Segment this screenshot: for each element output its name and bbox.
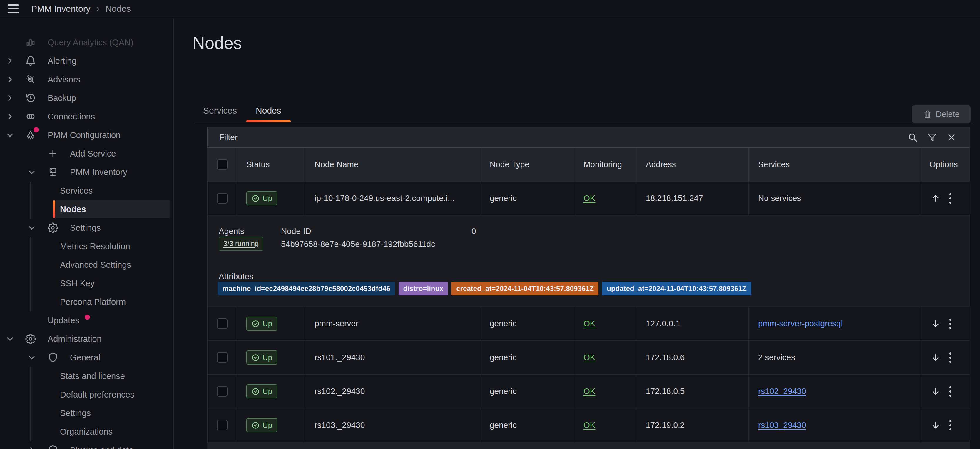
attribute-badge-created-at: created_at=2024-11-04T10:43:57.809361Z (452, 282, 598, 296)
delete-button[interactable]: Delete (912, 105, 970, 123)
sidebar-item-metrics-resolution[interactable]: Metrics Resolution (0, 237, 173, 256)
node-address: 18.218.151.247 (636, 182, 749, 215)
kebab-menu-icon[interactable] (948, 318, 953, 330)
attributes-label: Attributes (219, 272, 253, 281)
status-badge: Up (246, 418, 277, 432)
close-icon[interactable] (946, 132, 957, 143)
table-row: Up rs102._29430 generic OK 172.18.0.5 rs… (207, 374, 970, 408)
node-id-label: Node ID (281, 227, 311, 236)
sidebar-item-stats-and-license[interactable]: Stats and license (0, 367, 173, 385)
search-icon[interactable] (907, 132, 918, 143)
active-indicator-bar (53, 200, 55, 218)
notification-dot (33, 127, 39, 133)
attribute-badge-updated-at: updated_at=2024-11-04T10:43:57.809361Z (602, 282, 751, 296)
tab-bar: Services Nodes (194, 100, 291, 121)
row-checkbox[interactable] (217, 193, 228, 204)
sidebar-item-updates[interactable]: Updates (0, 311, 173, 330)
breadcrumb-item-pmm-inventory[interactable]: PMM Inventory (31, 4, 91, 14)
sidebar-item-percona-platform[interactable]: Percona Platform (0, 292, 173, 311)
notification-dot (85, 315, 90, 320)
table-row: Up ip-10-178-0-249.us-east-2.compute.i..… (207, 181, 970, 215)
menu-toggle-icon[interactable] (8, 5, 19, 13)
monitoring-ok-link[interactable]: OK (584, 353, 595, 362)
sidebar-item-advisors[interactable]: Advisors (0, 70, 173, 89)
sidebar-item-backup[interactable]: Backup (0, 89, 173, 107)
kebab-menu-icon[interactable] (948, 385, 953, 398)
chevron-right-icon[interactable] (5, 93, 15, 103)
chevron-right-icon[interactable] (5, 75, 15, 84)
chevron-down-icon[interactable] (27, 353, 37, 362)
attribute-badge-distro: distro=linux (399, 282, 448, 296)
service-link[interactable]: rs102_29430 (758, 387, 806, 396)
monitoring-ok-link[interactable]: OK (584, 193, 595, 203)
col-header-services: Services (749, 148, 920, 181)
sidebar-item-pmm-inventory[interactable]: PMM Inventory (0, 163, 173, 182)
sidebar-item-settings[interactable]: Settings (0, 218, 173, 237)
check-circle-icon (251, 354, 259, 362)
monitoring-ok-link[interactable]: OK (584, 319, 595, 328)
active-tab-underline (246, 120, 291, 122)
sidebar-item-ssh-key[interactable]: SSH Key (0, 274, 173, 293)
chevron-right-icon[interactable] (5, 112, 15, 121)
sidebar-item-settings-general[interactable]: Settings (0, 404, 173, 422)
chevron-down-icon[interactable] (5, 334, 15, 344)
expand-row-arrow-down-icon[interactable] (931, 319, 940, 329)
sidebar-item-plugins-and-data[interactable]: Plugins and data (0, 441, 173, 449)
tab-nodes[interactable]: Nodes (246, 100, 291, 121)
sidebar-item-add-service[interactable]: Add Service (0, 144, 173, 163)
attribute-badge-machine-id: machine_id=ec2498494ee28b79c58002c0453df… (218, 282, 395, 296)
row-checkbox[interactable] (217, 318, 228, 329)
service-link[interactable]: rs103_29430 (758, 420, 806, 430)
sidebar-item-pmm-configuration[interactable]: PMM Configuration (0, 126, 173, 144)
table-row: Up rs103._29430 generic OK 172.19.0.2 rs… (207, 408, 970, 442)
node-type: generic (480, 182, 574, 215)
table-row: Up rs101._29430 generic OK 172.18.0.6 2 … (207, 340, 970, 374)
plus-icon (48, 148, 58, 159)
agents-running-badge[interactable]: 3/3 running (219, 236, 263, 251)
row-checkbox[interactable] (217, 386, 228, 396)
chevron-down-icon[interactable] (5, 130, 15, 140)
magnifier-sparkle-icon (25, 74, 36, 85)
gear-icon (48, 222, 58, 233)
row-checkbox[interactable] (217, 352, 228, 363)
pmm-app: PMM Inventory › Nodes Query Analytics (Q… (0, 0, 980, 449)
breadcrumb-separator-icon: › (96, 3, 100, 14)
kebab-menu-icon[interactable] (948, 351, 953, 364)
nav-sidebar: Query Analytics (QAN) Alerting Advisors … (0, 18, 174, 449)
service-link[interactable]: pmm-server-postgresql (758, 319, 843, 328)
sidebar-item-administration[interactable]: Administration (0, 329, 173, 348)
select-all-checkbox[interactable] (217, 159, 228, 170)
node-services: No services (749, 182, 920, 215)
node-type: generic (480, 307, 574, 340)
kebab-menu-icon[interactable] (948, 192, 953, 205)
bar-chart-icon (25, 37, 36, 48)
sidebar-item-general[interactable]: General (0, 348, 173, 367)
expand-row-arrow-down-icon[interactable] (931, 353, 940, 363)
status-badge: Up (246, 191, 277, 205)
row-checkbox[interactable] (217, 420, 228, 430)
sidebar-item-services[interactable]: Services (0, 181, 173, 200)
monitoring-ok-link[interactable]: OK (584, 387, 595, 396)
funnel-filter-icon[interactable] (927, 132, 937, 143)
chevron-right-icon[interactable] (27, 446, 37, 449)
nodes-table: Status Node Name Node Type Monitoring Ad… (207, 148, 970, 442)
collapse-row-arrow-up-icon[interactable] (931, 193, 940, 203)
sidebar-item-alerting[interactable]: Alerting (0, 51, 173, 70)
sidebar-item-nodes[interactable]: Nodes (0, 200, 173, 219)
chevron-down-icon[interactable] (27, 223, 37, 232)
col-header-options: Options (920, 148, 970, 181)
tab-services[interactable]: Services (194, 100, 246, 121)
sidebar-item-connections[interactable]: Connections (0, 107, 173, 126)
expand-row-arrow-down-icon[interactable] (931, 420, 940, 430)
kebab-menu-icon[interactable] (948, 419, 953, 431)
sidebar-item-advanced-settings[interactable]: Advanced Settings (0, 256, 173, 274)
monitoring-ok-link[interactable]: OK (584, 420, 595, 430)
trash-icon (923, 110, 932, 118)
sidebar-item-organizations[interactable]: Organizations (0, 422, 173, 441)
chevron-right-icon[interactable] (5, 56, 15, 66)
expand-row-arrow-down-icon[interactable] (931, 386, 940, 396)
sidebar-item-query-analytics[interactable]: Query Analytics (QAN) (0, 33, 173, 52)
breadcrumb: PMM Inventory › Nodes (31, 3, 131, 14)
sidebar-item-default-preferences[interactable]: Default preferences (0, 385, 173, 404)
chevron-down-icon[interactable] (27, 168, 37, 177)
